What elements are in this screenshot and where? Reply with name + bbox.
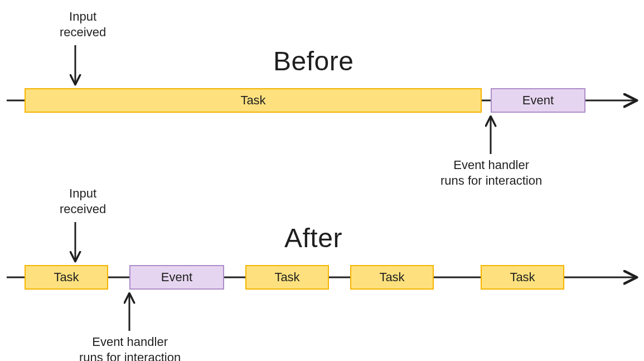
- before-input-received-line2: received: [60, 25, 106, 39]
- after-event-block: Event: [129, 265, 224, 290]
- after-task1-label: Task: [54, 270, 79, 285]
- heading-after: After: [284, 223, 342, 253]
- before-timeline-axis: [0, 0, 644, 361]
- before-task-label: Task: [240, 93, 265, 108]
- after-event-handler-label: Event handler runs for interaction: [79, 334, 181, 361]
- after-task1-block: Task: [25, 265, 108, 290]
- after-task4-block: Task: [481, 265, 564, 290]
- before-task-block: Task: [25, 88, 482, 113]
- after-event-handler-line1: Event handler: [92, 335, 168, 349]
- after-task2-block: Task: [245, 265, 329, 290]
- after-task3-label: Task: [379, 270, 404, 285]
- after-task3-block: Task: [350, 265, 434, 290]
- after-task4-label: Task: [510, 270, 535, 285]
- before-event-handler-line1: Event handler: [453, 158, 529, 172]
- after-input-received-line1: Input: [69, 186, 96, 200]
- diagram-canvas: Before Task Event Input received: [0, 0, 644, 361]
- after-task2-label: Task: [274, 270, 299, 285]
- before-input-received-label: Input received: [60, 9, 106, 40]
- after-event-handler-line2: runs for interaction: [79, 350, 181, 362]
- after-event-label: Event: [161, 270, 192, 285]
- after-input-received-line2: received: [60, 202, 106, 216]
- after-input-received-label: Input received: [60, 186, 106, 216]
- before-input-received-line1: Input: [69, 9, 96, 23]
- before-event-handler-label: Event handler runs for interaction: [440, 157, 542, 188]
- before-event-handler-line2: runs for interaction: [440, 174, 542, 187]
- before-event-block: Event: [491, 88, 585, 113]
- before-event-label: Event: [522, 93, 554, 108]
